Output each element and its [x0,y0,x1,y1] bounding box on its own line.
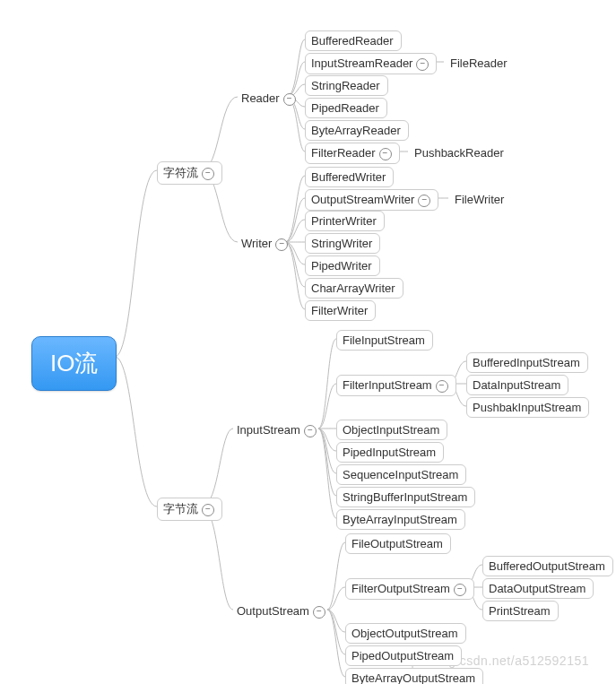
node-filterreader[interactable]: FilterReader− [305,143,400,164]
node-pushbackreader[interactable]: PushbackReader [411,144,508,161]
node-label: FileReader [450,56,508,70]
node-label: ObjectOutputStream [351,627,458,640]
collapse-icon[interactable]: − [202,168,214,180]
collapse-icon[interactable]: − [379,148,392,160]
collapse-icon[interactable]: − [313,606,325,619]
collapse-icon[interactable]: − [304,425,317,437]
node-stringbufferinputstream[interactable]: StringBufferInputStream [336,487,475,507]
node-filteroutputstream[interactable]: FilterOutputStream− [345,578,474,600]
collapse-icon[interactable]: − [283,93,296,106]
node-label: Writer [241,237,272,250]
node-label: 字节流 [163,502,198,515]
node-label: FilterInputStream [343,378,432,392]
node-label: PushbakInputStream [473,401,581,414]
node-writer[interactable]: Writer− [238,235,291,253]
node-stringwriter[interactable]: StringWriter [305,233,380,254]
node-label: PrinterWriter [311,214,377,228]
root-label: IO流 [50,350,98,377]
node-inputstreamreader[interactable]: InputStreamReader− [305,53,437,74]
node-datainputstream[interactable]: DataInputStream [466,375,568,395]
category-char-stream[interactable]: 字符流− [157,161,222,185]
node-label: ByteArrayOutputStream [351,671,475,684]
node-bytearrayinputstream[interactable]: ByteArrayInputStream [336,509,465,530]
collapse-icon[interactable]: − [436,380,448,393]
node-label: StringBufferInputStream [343,490,467,504]
node-pipedinputstream[interactable]: PipedInputStream [336,442,444,463]
node-label: PipedOutputStream [351,649,454,662]
node-label: 字符流 [163,166,198,179]
node-label: PipedWriter [311,259,372,273]
node-label: FilterWriter [311,304,368,317]
node-dataoutputstream[interactable]: DataOutputStream [482,578,594,599]
node-label: BufferedReader [311,34,394,48]
node-label: OutputStreamWriter [311,193,414,206]
node-label: OutputStream [237,604,309,618]
node-sequenceinputstream[interactable]: SequenceInputStream [336,464,466,485]
collapse-icon[interactable]: − [202,504,214,516]
collapse-icon[interactable]: − [275,238,288,251]
node-printstream[interactable]: PrintStream [482,601,559,621]
node-bytearrayreader[interactable]: ByteArrayReader [305,120,409,141]
node-bufferedreader[interactable]: BufferedReader [305,30,402,51]
node-label: InputStream [237,423,300,437]
node-label: StringWriter [311,237,372,250]
node-pushbakinputstream[interactable]: PushbakInputStream [466,397,589,418]
node-bufferedoutputstream[interactable]: BufferedOutputStream [482,556,613,576]
node-label: BufferedInputStream [473,356,580,369]
node-label: PipedInputStream [343,446,436,459]
node-filterwriter[interactable]: FilterWriter [305,300,376,321]
node-label: ByteArrayReader [311,124,401,137]
node-pipedreader[interactable]: PipedReader [305,98,387,118]
node-bufferedwriter[interactable]: BufferedWriter [305,167,394,187]
node-label: BufferedOutputStream [489,559,605,573]
node-objectinputstream[interactable]: ObjectInputStream [336,420,447,440]
node-label: BufferedWriter [311,170,386,184]
node-label: InputStreamReader [311,56,412,70]
node-outputstream[interactable]: OutputStream− [233,602,329,620]
collapse-icon[interactable]: − [454,584,466,596]
node-objectoutputstream[interactable]: ObjectOutputStream [345,623,466,644]
node-chararraywriter[interactable]: CharArrayWriter [305,278,403,299]
node-filewriter[interactable]: FileWriter [451,191,508,208]
root-node[interactable]: IO流 [31,336,117,391]
node-label: ByteArrayInputStream [343,513,457,526]
node-pipedoutputstream[interactable]: PipedOutputStream [345,645,462,666]
node-label: StringReader [311,79,380,92]
node-inputstream[interactable]: InputStream− [233,421,320,439]
node-label: FilterOutputStream [351,582,450,595]
node-bytearrayoutputstream[interactable]: ByteArrayOutputStream [345,668,483,684]
node-reader[interactable]: Reader− [238,90,299,108]
node-printerwriter[interactable]: PrinterWriter [305,211,385,231]
node-label: DataInputStream [473,378,560,392]
node-label: PrintStream [489,604,551,618]
node-label: FilterReader [311,146,376,160]
node-label: PushbackReader [414,146,504,160]
node-pipedwriter[interactable]: PipedWriter [305,255,380,276]
category-byte-stream[interactable]: 字节流− [157,498,222,521]
node-fileoutputstream[interactable]: FileOutputStream [345,533,451,554]
collapse-icon[interactable]: − [418,195,430,207]
node-outputstreamwriter[interactable]: OutputStreamWriter− [305,189,438,211]
node-label: FileWriter [455,193,504,206]
node-label: PipedReader [311,101,379,115]
node-stringreader[interactable]: StringReader [305,75,388,96]
node-label: CharArrayWriter [311,281,395,295]
node-bufferedinputstream[interactable]: BufferedInputStream [466,352,588,373]
node-label: Reader [241,91,280,105]
node-label: SequenceInputStream [343,468,458,481]
collapse-icon[interactable]: − [416,58,429,71]
node-fileinputstream[interactable]: FileInputStream [336,330,433,351]
node-label: ObjectInputStream [343,423,439,437]
node-label: FileInputStream [343,333,425,347]
node-filereader[interactable]: FileReader [447,55,511,72]
node-label: FileOutputStream [351,537,443,550]
node-filterinputstream[interactable]: FilterInputStream− [336,375,456,396]
node-label: DataOutputStream [489,582,586,595]
